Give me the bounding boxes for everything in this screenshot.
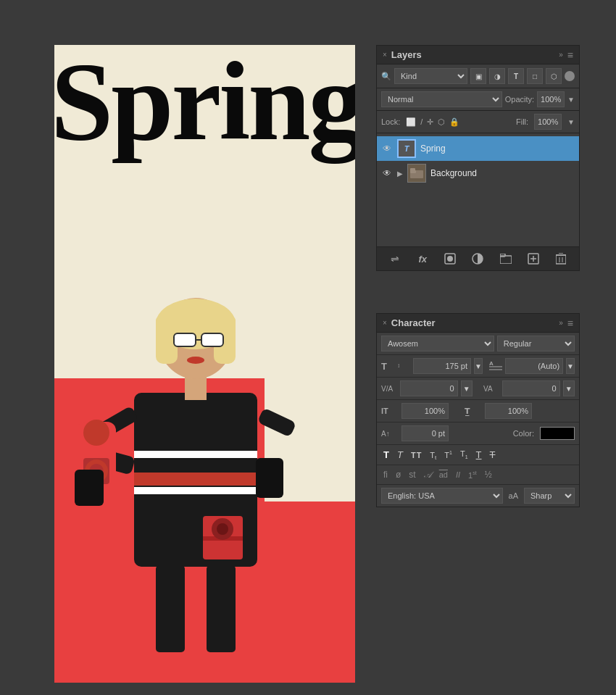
font-family-select[interactable]: Awosem [381, 336, 494, 351]
filter-adjust-btn[interactable]: ◑ [489, 68, 505, 84]
blend-row: Normal Opacity: ▼ [377, 88, 579, 111]
typo-smallcaps-btn[interactable]: Tt [428, 450, 438, 460]
filter-smart-btn[interactable]: ⬡ [546, 68, 562, 84]
svg-rect-41 [556, 255, 566, 264]
svg-rect-11 [201, 333, 223, 346]
font-size-input[interactable] [413, 358, 471, 374]
svg-rect-23 [256, 458, 283, 498]
typo-italic-btn[interactable]: T [395, 449, 405, 461]
typo-ad-btn[interactable]: ad [437, 470, 450, 480]
scale-row: IT T̲ [377, 400, 579, 423]
layer-thumb-spring: T [397, 139, 416, 158]
horizontal-scale-input[interactable] [485, 403, 532, 419]
layers-empty-area [377, 188, 579, 246]
layers-close-btn[interactable]: × [383, 51, 387, 59]
kerning-icon: VA [483, 385, 499, 393]
lock-position-icon[interactable]: ✛ [427, 117, 433, 127]
vertical-scale-icon: IT [381, 407, 399, 415]
color-swatch[interactable] [540, 427, 575, 440]
lock-label: Lock: [381, 117, 400, 126]
group-layers-btn[interactable] [498, 251, 514, 267]
font-size-icon: T [381, 361, 394, 372]
layer-expand-arrow[interactable]: ▶ [397, 170, 403, 178]
typo-fraction-btn[interactable]: ½ [483, 469, 494, 480]
filter-shape-btn[interactable]: □ [527, 68, 543, 84]
character-close-btn[interactable]: × [383, 319, 387, 327]
language-row: English: USA aA Sharp [377, 485, 579, 507]
font-size-arrows-icon: ↕ [397, 362, 410, 369]
layer-eye-spring[interactable]: 👁 [381, 143, 393, 154]
typo-subscript-btn[interactable]: T1 [458, 449, 470, 460]
tracking-row: V/A ▼ VA ▼ [377, 378, 579, 400]
typo-st-btn[interactable]: st [407, 469, 417, 480]
layers-menu-btn[interactable]: ≡ [567, 49, 573, 61]
layer-item-spring[interactable]: 👁 T Spring [377, 136, 579, 161]
svg-point-17 [83, 420, 109, 446]
typo-oslash-btn[interactable]: ø [394, 469, 403, 480]
svg-rect-37 [500, 254, 505, 257]
lock-all-icon[interactable]: 🔒 [449, 117, 459, 127]
character-collapse-btn[interactable]: » [559, 319, 563, 327]
typo-buttons-row1: T T TT Tt T1 T1 T T [377, 445, 579, 465]
fill-dropdown-icon[interactable]: ▼ [567, 118, 575, 126]
fill-input[interactable] [534, 114, 562, 130]
tracking-input[interactable] [400, 380, 458, 396]
baseline-shift-icon: A↑ [381, 430, 399, 438]
color-label: Color: [513, 429, 534, 438]
delete-layer-btn[interactable] [553, 251, 569, 267]
layer-thumb-background [407, 164, 426, 183]
typo-allcaps-btn[interactable]: TT [409, 450, 424, 460]
svg-rect-21 [257, 407, 297, 437]
antialiasing-select[interactable]: Sharp [524, 488, 575, 504]
link-layers-btn[interactable]: ⇌ [387, 251, 403, 267]
typo-superscript-btn[interactable]: T1 [442, 449, 454, 460]
vertical-scale-input[interactable] [401, 403, 449, 419]
fx-btn[interactable]: fx [415, 251, 430, 267]
layer-item-background[interactable]: 👁 ▶ Background [377, 161, 579, 186]
spring-text-canvas: Spring [54, 49, 355, 155]
typo-ii-btn[interactable]: II [454, 470, 462, 480]
typo-script-a-btn[interactable]: 𝒜 [422, 469, 433, 480]
new-layer-btn[interactable] [525, 251, 541, 267]
leading-icon: A [489, 359, 502, 373]
layers-toolbar: ⇌ fx [377, 246, 579, 270]
filter-type-btn[interactable]: T [508, 68, 524, 84]
language-select[interactable]: English: USA [381, 488, 503, 504]
svg-rect-32 [410, 168, 415, 171]
typo-buttons-row2: fi ø st 𝒜 ad II 1st ½ [377, 465, 579, 485]
layer-kind-select[interactable]: Kind [394, 68, 467, 84]
svg-rect-3 [134, 487, 257, 494]
fashion-figure [62, 212, 337, 683]
lock-image-icon[interactable]: / [420, 117, 423, 126]
mask-btn[interactable] [442, 251, 458, 267]
lock-transparency-icon[interactable]: ⬜ [406, 117, 416, 127]
kerning-input[interactable] [502, 380, 560, 396]
opacity-input[interactable] [537, 91, 565, 107]
tracking-dropdown[interactable]: ▼ [461, 380, 473, 396]
typo-ordinal-btn[interactable]: 1st [466, 470, 479, 480]
layers-list: 👁 T Spring 👁 ▶ Background [377, 133, 579, 188]
typo-strikethrough-btn[interactable]: T [488, 449, 498, 461]
layers-collapse-btn[interactable]: » [559, 51, 563, 59]
filter-toggle[interactable] [565, 71, 575, 81]
character-titlebar: × Character » ≡ [377, 314, 579, 333]
typo-underline-btn[interactable]: T [474, 449, 484, 461]
opacity-label: Opacity: [505, 95, 534, 104]
opacity-dropdown-icon[interactable]: ▼ [567, 96, 575, 104]
lock-artboard-icon[interactable]: ⬡ [438, 117, 445, 127]
typo-fi-btn[interactable]: fi [381, 469, 390, 480]
font-size-dropdown[interactable]: ▼ [474, 358, 483, 374]
typo-bold-btn[interactable]: T [381, 449, 391, 461]
font-style-select[interactable]: Regular [497, 336, 575, 351]
baseline-shift-input[interactable] [401, 425, 449, 441]
svg-rect-24 [156, 565, 185, 652]
layer-eye-background[interactable]: 👁 [381, 167, 393, 179]
leading-dropdown[interactable]: ▼ [566, 358, 575, 374]
leading-input[interactable] [505, 358, 563, 374]
layer-name-background: Background [430, 168, 477, 178]
adj-layer-btn[interactable] [470, 251, 486, 267]
filter-pixel-btn[interactable]: ▣ [470, 68, 486, 84]
kerning-dropdown[interactable]: ▼ [563, 380, 575, 396]
character-menu-btn[interactable]: ≡ [567, 317, 573, 329]
blend-mode-select[interactable]: Normal [381, 91, 502, 107]
